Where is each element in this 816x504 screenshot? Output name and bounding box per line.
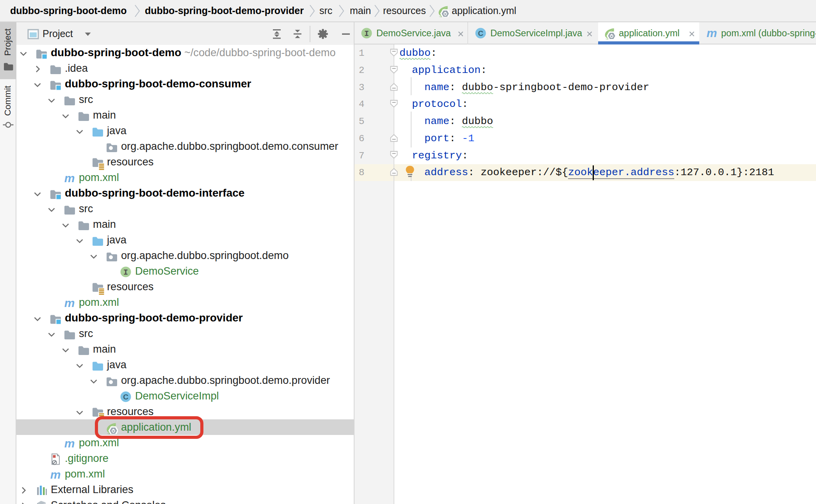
svg-text:I: I bbox=[364, 29, 369, 38]
svg-text:m: m bbox=[707, 27, 717, 39]
svg-text:m: m bbox=[64, 172, 75, 185]
svg-text:m: m bbox=[64, 437, 75, 450]
svg-text:m: m bbox=[64, 297, 75, 309]
svg-text:C: C bbox=[478, 29, 483, 37]
svg-text:C: C bbox=[123, 393, 128, 401]
svg-text:I: I bbox=[123, 268, 128, 277]
svg-text:m: m bbox=[50, 469, 61, 481]
